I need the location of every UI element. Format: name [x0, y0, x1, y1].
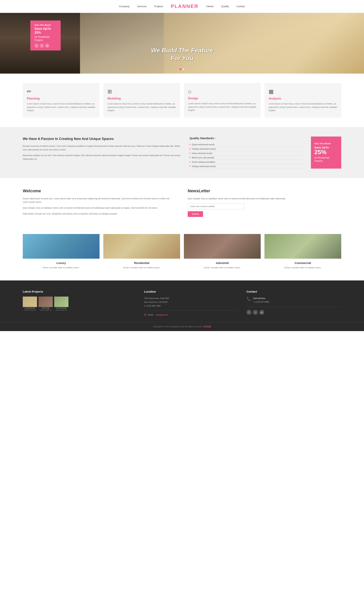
promo-only-label: Only This Month: [34, 24, 57, 26]
footer-project-images: Commercial Donec vitae mi Personal Donec…: [23, 297, 136, 311]
footer-proj-label-2: Personal: [38, 307, 53, 309]
welcome-para1: Donec ullamcorper sit amet eros. Lorem i…: [23, 197, 176, 204]
project-residential: Residential Donec convallis vitae mi sod…: [103, 234, 180, 269]
welcome-para2: Quis volutpat. Duis ac tarpilique rutrum…: [23, 206, 176, 210]
features-section: ✏ Planning Lorem Ipsum is that it has a …: [0, 74, 364, 127]
footer-phone-row: 📞 Call toll-free +1-234-567-8900: [247, 297, 341, 304]
design-icon: ⌂: [188, 88, 257, 94]
footer-email-link[interactable]: example.com: [156, 314, 168, 316]
promo-on-label: On Residential Projects: [34, 35, 57, 42]
nav-company[interactable]: Company: [119, 5, 130, 8]
quality-list: Quam andomised words. Volutpa andomised …: [190, 142, 303, 169]
design-text: Lorem Ipsum is that it has a more-or-les…: [188, 102, 257, 112]
newsletter-email-input[interactable]: [188, 203, 245, 209]
footer-facebook-icon[interactable]: f: [247, 310, 251, 315]
footer-proj-img-1[interactable]: [23, 297, 37, 307]
copyright-text: Copyright © 2016 Company name All rights…: [153, 325, 202, 328]
facebook-icon[interactable]: f: [34, 44, 39, 48]
commercial-title: Commercial: [264, 261, 341, 265]
hero-carousel-dots: [180, 68, 184, 70]
twitter-icon[interactable]: t: [40, 44, 44, 48]
residential-title: Residential: [103, 261, 180, 265]
footer: Latest Projects Commercial Donec vitae m…: [0, 280, 364, 322]
project-commercial: Commercial Donec convallis vitae mi soda…: [264, 234, 341, 269]
footer-bottom: Copyright © 2016 Company name All rights…: [0, 322, 364, 331]
email-icon: ✉: [144, 313, 146, 316]
footer-proj-item-1: Commercial Donec vitae mi: [23, 297, 37, 311]
nav-quality[interactable]: Quality: [221, 5, 229, 8]
passion-promo-on: On Residential Projects: [314, 156, 338, 163]
residential-image[interactable]: [103, 234, 180, 259]
planning-title: Planning: [27, 97, 95, 100]
brand-logo[interactable]: PLANNER: [171, 3, 198, 9]
feature-planning: ✏ Planning Lorem Ipsum is that it has a …: [23, 83, 100, 117]
footer-location: Location 765 Folsom Ave, Suite 600 San F…: [144, 290, 239, 316]
promo-save-label: Save UpTo 25%: [34, 27, 57, 35]
headline-line1: We Build The Feature: [151, 47, 213, 54]
footer-contact: Contact 📞 Call toll-free +1-234-567-8900…: [247, 290, 341, 316]
hero-section: Only This Month Save UpTo 25% On Residen…: [0, 13, 364, 74]
footer-social-links: f t g+: [247, 310, 341, 315]
footer-twitter-icon[interactable]: t: [253, 310, 258, 315]
nav-contact[interactable]: Contact: [236, 5, 245, 8]
dot-1[interactable]: [180, 68, 182, 70]
footer-projects-title: Latest Projects: [23, 290, 136, 293]
planning-icon: ✏: [27, 88, 95, 95]
industrial-image[interactable]: [184, 234, 261, 259]
google-icon[interactable]: g+: [45, 44, 49, 48]
navigation: Company Services Projects PLANNER Client…: [0, 0, 364, 13]
luxury-image[interactable]: [23, 234, 100, 259]
industrial-text: Donec convallis vitae mi sodales varius.: [184, 266, 261, 269]
hero-headline: We Build The Feature For You: [151, 46, 213, 62]
welcome-title: Welcome: [23, 188, 176, 193]
commercial-text: Donec convallis vitae mi sodales varius.: [264, 266, 341, 269]
nav-clients[interactable]: Clients: [206, 5, 214, 8]
footer-proj-label-1: Commercial: [23, 307, 37, 309]
footer-address: 765 Folsom Ave, Suite 600 San Francisco,…: [144, 297, 239, 308]
newsletter-submit-button[interactable]: Submit: [188, 211, 203, 217]
footer-proj-sub-2: Donec vitae mi: [38, 309, 53, 311]
welcome-para3: Nulla facilisi. Aenean nec eros. Vestibu…: [23, 212, 176, 216]
modeling-text: Lorem Ipsum is that it has a more-or-les…: [107, 102, 176, 112]
projects-gallery: Luxury Donec convallis vitae mi sodales …: [0, 228, 364, 281]
footer-location-title: Location: [144, 290, 239, 293]
feature-modeling: ⊞ Modeling Lorem Ipsum is that it has a …: [103, 83, 180, 117]
footer-proj-item-2: Personal Donec vitae mi: [38, 297, 53, 311]
footer-call-label: Call toll-free: [253, 297, 265, 299]
commercial-image[interactable]: [264, 234, 341, 259]
quality-item-4: Morbi nunc odio gravida: [190, 155, 303, 160]
hero-social-links: f t g+: [34, 44, 57, 48]
luxury-title: Luxury: [23, 261, 100, 265]
nav-projects[interactable]: Projects: [154, 5, 163, 8]
feature-analysis: ▦ Analysis Lorem Ipsum is that it has a …: [264, 83, 341, 117]
quality-item-6: Volutpa andomised words: [190, 164, 303, 169]
passion-promo-box: Only This Month Save UpTo 25% On Residen…: [311, 137, 341, 169]
project-industrial: Industrial Donec convallis vitae mi soda…: [184, 234, 261, 269]
footer-link[interactable]: 汉风模板: [203, 325, 211, 328]
analysis-text: Lorem Ipsum is that it has a more-or-les…: [269, 102, 337, 112]
footer-phone-number: +1-234-567-8900: [253, 301, 269, 303]
footer-proj-item-3: Commercial Donec vitae mi: [54, 297, 68, 311]
footer-proj-sub-3: Donec vitae mi: [54, 309, 68, 311]
dot-2[interactable]: [182, 68, 184, 70]
passion-heading: We Have A Passion In Creating New And Un…: [23, 137, 182, 141]
design-title: Design: [188, 97, 257, 100]
hero-room: [164, 13, 364, 74]
hero-promo-box: Only This Month Save UpTo 25% On Residen…: [30, 21, 61, 50]
footer-proj-sub-1: Donec vitae mi: [23, 309, 37, 311]
nav-services[interactable]: Services: [137, 5, 147, 8]
newsletter-block: NewsLetter Quis volutpat. Duis ac tarpil…: [188, 188, 341, 218]
quality-title: Quality Standards :: [190, 137, 303, 140]
passion-para1: Aenean nonummy hendrerit mauris. Cum soc…: [23, 144, 182, 151]
headline-line2: For You: [171, 55, 193, 61]
quality-item-1: Quam andomised words.: [190, 142, 303, 147]
newsletter-para: Quis volutpat. Duis ac tarpilique rutrum…: [188, 197, 341, 200]
modeling-title: Modeling: [107, 97, 176, 100]
passion-para2: Maecenas tristique orci ac sem. Duis ult…: [23, 154, 182, 161]
footer-proj-img-2[interactable]: [38, 297, 53, 307]
passion-promo-pct: 25%: [314, 149, 338, 155]
footer-google-icon[interactable]: g+: [259, 310, 264, 315]
quality-standards: Quality Standards : Quam andomised words…: [190, 137, 303, 169]
footer-latest-projects: Latest Projects Commercial Donec vitae m…: [23, 290, 136, 316]
footer-proj-img-3[interactable]: [54, 297, 68, 307]
